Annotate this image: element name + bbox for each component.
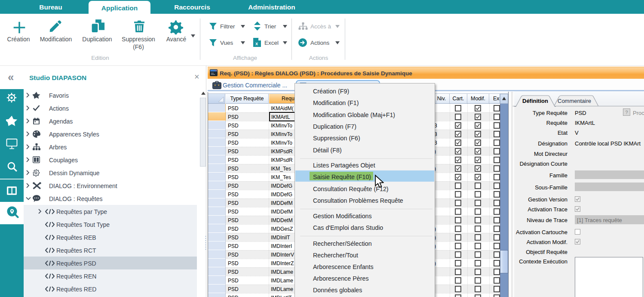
svg-text:x: x <box>255 41 258 46</box>
